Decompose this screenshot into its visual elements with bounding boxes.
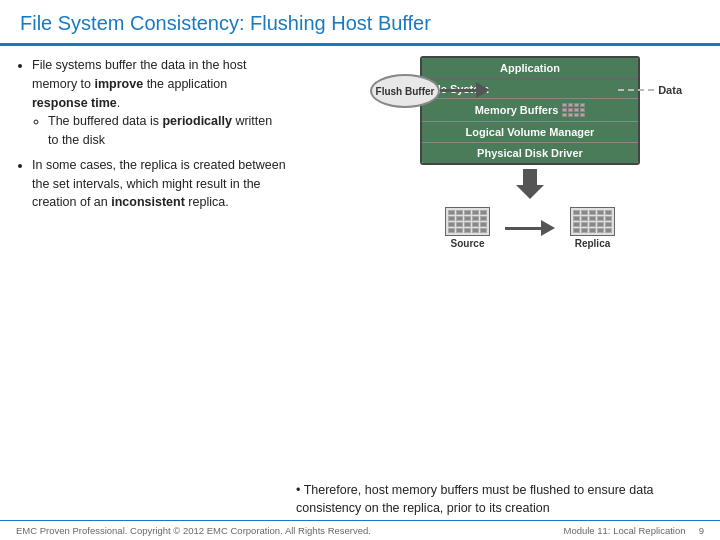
slide-title: File System Consistency: Flushing Host B… — [20, 12, 431, 34]
data-label-area: Data — [618, 84, 640, 96]
stack-container: Application File System Data — [420, 56, 640, 165]
layer-application: Application — [422, 58, 638, 80]
content-area: File systems buffer the data in the host… — [0, 46, 720, 477]
right-panel: Flush Buffer Application — [296, 56, 704, 473]
therefore-bullet: • — [296, 483, 304, 497]
source-disk: Source — [440, 203, 495, 253]
source-label: Source — [451, 238, 485, 249]
footer-page: 9 — [699, 525, 704, 536]
memorybuf-grid-icon — [562, 103, 585, 117]
layer-memorybuf: Memory Buffers — [422, 99, 638, 122]
flush-buffer-label: Flush Buffer — [376, 86, 435, 97]
therefore-text: Therefore, host memory buffers must be f… — [296, 483, 654, 516]
bottom-right-text: • Therefore, host memory buffers must be… — [296, 481, 704, 519]
bottom-text-area: • Therefore, host memory buffers must be… — [0, 477, 720, 521]
replica-disk: Replica — [565, 203, 620, 253]
flush-arrow — [440, 82, 490, 98]
arrow-head-down — [516, 185, 544, 199]
arrow-shaft-top — [523, 169, 537, 185]
source-disk-grid — [445, 207, 490, 236]
memorybuf-inner: Memory Buffers — [475, 103, 586, 117]
flush-buffer-ellipse: Flush Buffer — [370, 74, 440, 108]
replica-label: Replica — [575, 238, 611, 249]
bottom-left-spacer — [16, 481, 286, 519]
footer: EMC Proven Professional. Copyright © 201… — [0, 520, 720, 540]
stack: Application File System Data — [420, 56, 640, 165]
bullet-2: In some cases, the replica is created be… — [32, 156, 286, 212]
slide: File System Consistency: Flushing Host B… — [0, 0, 720, 540]
layer-physicaldisk: Physical Disk Driver — [422, 143, 638, 163]
sub-bullet-1: The buffered data is periodically writte… — [48, 112, 286, 150]
footer-left: EMC Proven Professional. Copyright © 201… — [16, 525, 371, 536]
left-panel: File systems buffer the data in the host… — [16, 56, 286, 473]
title-bar: File System Consistency: Flushing Host B… — [0, 0, 720, 46]
flush-buffer-area: Flush Buffer — [370, 74, 440, 108]
source-replica-arrow — [505, 220, 555, 236]
layer-logicalvol: Logical Volume Manager — [422, 122, 638, 143]
diagram: Flush Buffer Application — [296, 56, 704, 253]
replica-disk-grid — [570, 207, 615, 236]
footer-right: Module 11: Local Replication 9 — [564, 525, 705, 536]
vertical-arrow — [516, 169, 544, 199]
bullet-1: File systems buffer the data in the host… — [32, 56, 286, 150]
bullet-list: File systems buffer the data in the host… — [16, 56, 286, 212]
footer-module: Module 11: Local Replication — [564, 525, 686, 536]
source-replica-row: Source Replica — [440, 203, 620, 253]
